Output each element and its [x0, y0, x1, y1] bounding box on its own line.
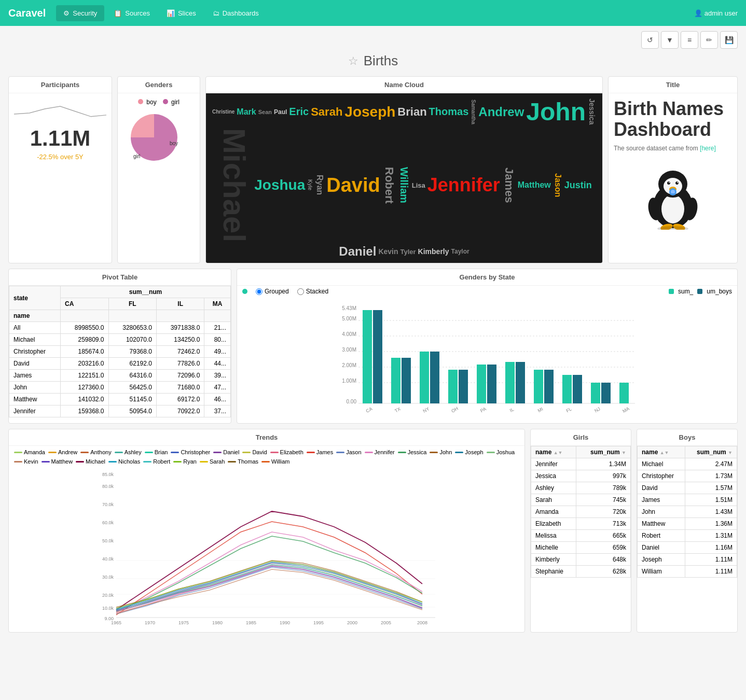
- svg-text:0.00: 0.00: [347, 399, 357, 404]
- nav-sources[interactable]: 📋 Sources: [106, 5, 157, 21]
- girls-num-col[interactable]: sum_num ▼: [576, 446, 630, 458]
- cloud-word-andrew[interactable]: Andrew: [478, 105, 524, 119]
- svg-point-11: [677, 182, 678, 183]
- boys-cell-value: 1.11M: [685, 566, 737, 578]
- girls-row: Amanda720k: [531, 506, 631, 518]
- boys-row: Michael2.47M: [638, 458, 737, 470]
- participants-value: 1.11M: [14, 126, 106, 151]
- cloud-word-joshua[interactable]: Joshua: [254, 177, 305, 193]
- girls-scroll[interactable]: name ▲▼ sum_num ▼ Jennifer1.34MJessica99…: [531, 446, 631, 578]
- penguin-container: [609, 157, 737, 235]
- cloud-word-matthew[interactable]: Matthew: [518, 180, 551, 190]
- boys-num-col[interactable]: sum_num ▼: [685, 446, 737, 458]
- legend-nicholas: Nicholas: [108, 458, 140, 465]
- pivot-cell-value: 47...: [204, 382, 231, 394]
- nav-security[interactable]: ⚙ Security: [56, 5, 104, 21]
- legend-joseph: Joseph: [455, 449, 483, 455]
- nav-slices[interactable]: 📊 Slices: [159, 5, 203, 21]
- brand[interactable]: Caravel: [8, 7, 46, 19]
- svg-text:OH: OH: [450, 406, 459, 414]
- cloud-word-eric[interactable]: Eric: [289, 106, 309, 118]
- cloud-word-james[interactable]: James: [502, 167, 516, 203]
- boys-cell-value: 1.43M: [685, 506, 737, 518]
- pivot-row: All8998550.03280653.03971838.021...: [9, 322, 231, 334]
- cloud-word-thomas[interactable]: Thomas: [429, 106, 469, 118]
- cloud-word-mark[interactable]: Mark: [237, 107, 256, 117]
- boys-cell-name: James: [638, 494, 685, 506]
- pivot-cell-value: 44...: [204, 358, 231, 370]
- cloud-word-sean[interactable]: Sean: [258, 109, 272, 115]
- boys-row: James1.51M: [638, 494, 737, 506]
- cloud-word-william[interactable]: William: [398, 167, 410, 203]
- stacked-radio[interactable]: Stacked: [297, 288, 328, 295]
- girls-cell-name: Sarah: [531, 494, 576, 506]
- svg-text:2005: 2005: [381, 620, 391, 625]
- svg-text:2000: 2000: [347, 620, 357, 625]
- pivot-col-il[interactable]: IL: [156, 298, 204, 310]
- expand-button[interactable]: ≡: [681, 31, 698, 49]
- cloud-word-taylor[interactable]: Taylor: [451, 248, 469, 255]
- pivot-scroll[interactable]: state sum__num CA FL IL MA name: [9, 286, 231, 417]
- cloud-word-tyler[interactable]: Tyler: [400, 248, 416, 256]
- title-link[interactable]: [here]: [700, 145, 716, 152]
- cloud-word-kyle[interactable]: Kyle: [307, 179, 313, 190]
- namecloud-header: Name Cloud: [206, 77, 602, 93]
- star-icon[interactable]: ☆: [348, 54, 358, 68]
- svg-rect-35: [373, 310, 382, 403]
- svg-text:20.0k: 20.0k: [102, 593, 114, 598]
- cloud-word-jennifer[interactable]: Jennifer: [427, 174, 500, 196]
- cloud-word-david[interactable]: David: [326, 174, 380, 197]
- svg-text:85.0k: 85.0k: [102, 472, 114, 477]
- girls-cell-value: 713k: [576, 518, 630, 530]
- cloud-word-brian[interactable]: Brian: [397, 105, 426, 119]
- girls-cell-value: 997k: [576, 470, 630, 482]
- cloud-word-daniel[interactable]: Daniel: [339, 244, 376, 259]
- girls-cell-value: 659k: [576, 542, 630, 554]
- boys-name-col[interactable]: name ▲▼: [638, 446, 685, 458]
- cloud-word-ryan[interactable]: Ryan: [315, 175, 324, 195]
- cloud-word-lisa[interactable]: Lisa: [412, 181, 425, 189]
- cloud-word-jessica[interactable]: Jessica: [588, 99, 596, 125]
- svg-text:1970: 1970: [145, 620, 155, 625]
- svg-text:1975: 1975: [178, 620, 189, 625]
- cloud-word-samantha[interactable]: Samantha: [471, 100, 476, 124]
- cloud-word-kimberly[interactable]: Kimberly: [418, 247, 449, 256]
- pivot-cell-name: All: [9, 322, 61, 334]
- cloud-word-joseph[interactable]: Joseph: [344, 104, 395, 120]
- boys-scroll[interactable]: name ▲▼ sum_num ▼ Michael2.47MChristophe…: [637, 446, 737, 578]
- refresh-button[interactable]: ↺: [641, 31, 659, 49]
- svg-text:1995: 1995: [313, 620, 324, 625]
- pivot-cell-value: 79368.0: [108, 346, 156, 358]
- edit-button[interactable]: ✏: [700, 31, 718, 49]
- sparkline-chart: [14, 99, 106, 119]
- user-menu[interactable]: 👤 admin user: [694, 9, 738, 17]
- pivot-col-fl[interactable]: FL: [108, 298, 156, 310]
- pivot-cell-value: 51145.0: [108, 394, 156, 405]
- filter-button[interactable]: ▼: [661, 31, 679, 49]
- pivot-cell-value: 127360.0: [61, 382, 108, 394]
- cloud-word-christine[interactable]: Christine: [212, 109, 234, 115]
- cloud-word-justin[interactable]: Justin: [564, 180, 592, 191]
- cloud-word-robert[interactable]: Robert: [382, 167, 396, 204]
- nav-dashboards[interactable]: 🗂 Dashboards: [205, 5, 266, 21]
- grouped-radio[interactable]: Grouped: [256, 288, 289, 295]
- cloud-word-jason[interactable]: Jason: [553, 173, 562, 197]
- cloud-word-sarah[interactable]: Sarah: [311, 105, 342, 119]
- legend-david: David: [242, 449, 267, 455]
- girls-name-col[interactable]: name ▲▼: [531, 446, 576, 458]
- cloud-word-john[interactable]: John: [526, 97, 586, 126]
- girls-cell-name: Amanda: [531, 506, 576, 518]
- cloud-word-michael[interactable]: Michael: [216, 128, 252, 242]
- slices-icon: 📊: [167, 9, 175, 17]
- cloud-word-kevin[interactable]: Kevin: [378, 247, 398, 256]
- pivot-cell-value: 71680.0: [156, 382, 204, 394]
- cloud-word-paul[interactable]: Paul: [274, 108, 287, 116]
- girls-cell-name: Ashley: [531, 482, 576, 494]
- pivot-col-ca[interactable]: CA: [61, 298, 108, 310]
- legend-anthony: Anthony: [80, 449, 111, 455]
- save-button[interactable]: 💾: [720, 31, 738, 49]
- pivot-col-ma[interactable]: MA: [204, 298, 231, 310]
- pivot-row: John127360.056425.071680.047...: [9, 382, 231, 394]
- genders-state-header: Genders by State: [237, 269, 737, 286]
- pivot-cell-value: 50954.0: [108, 405, 156, 417]
